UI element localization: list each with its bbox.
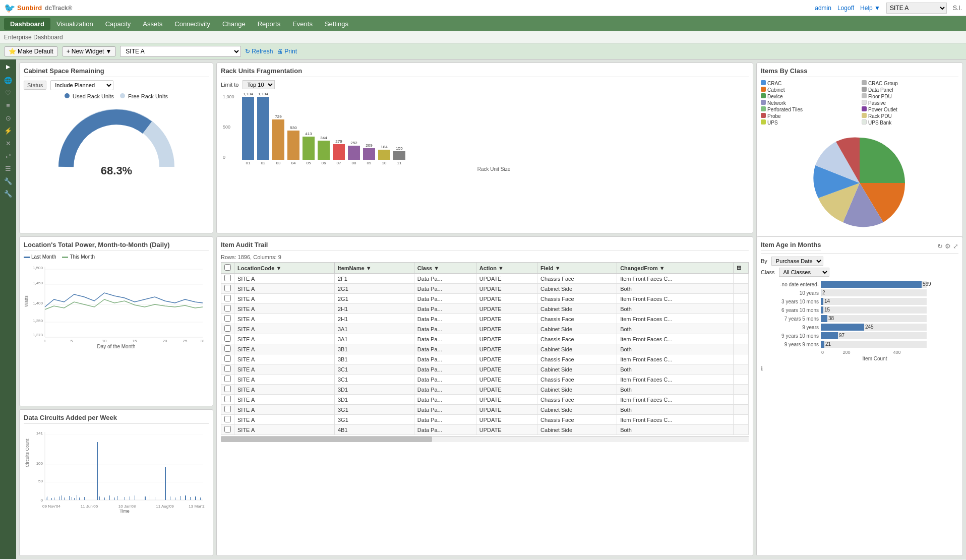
row-checkbox-cell[interactable]	[221, 395, 234, 405]
audit-table-container[interactable]: LocationCode ▼ ItemName ▼ Class ▼ Action…	[221, 262, 749, 435]
class-filter-row: Class All Classes	[761, 268, 958, 277]
svg-rect-34	[46, 497, 46, 500]
svg-rect-41	[69, 496, 70, 500]
svg-rect-58	[155, 497, 155, 500]
col-extra[interactable]: ⊞	[734, 263, 749, 274]
sidebar-icon-bars[interactable]: ≡	[0, 99, 16, 112]
make-default-button[interactable]: ⭐ Make Default	[4, 46, 58, 56]
nav-item-visualization[interactable]: Visualization	[50, 18, 99, 30]
rack-frag-title: Rack Units Fragmentation	[221, 67, 749, 77]
svg-rect-40	[64, 497, 65, 500]
sidebar-icon-arrows[interactable]: ⇄	[0, 150, 16, 162]
select-all-checkbox[interactable]	[224, 264, 231, 271]
logoff-link[interactable]: Logoff	[837, 5, 854, 12]
nav-item-capacity[interactable]: Capacity	[99, 18, 137, 30]
item-age-widget: Item Age in Months ↻ ⚙ ⤢ By Purchase Dat…	[756, 236, 963, 556]
limit-select[interactable]: Top 10 Top 20	[243, 80, 275, 89]
row-item: 3A1	[335, 334, 414, 344]
sidebar-icon-cross[interactable]: ✕	[0, 137, 16, 150]
row-checkbox-cell[interactable]	[221, 415, 234, 425]
svg-rect-54	[130, 496, 130, 500]
svg-rect-35	[47, 496, 47, 500]
row-class: Data Pa...	[414, 415, 476, 425]
row-checkbox-cell[interactable]	[221, 294, 234, 304]
brand-sunbird: Sunbird	[17, 4, 42, 12]
col-checkbox[interactable]	[221, 263, 234, 274]
col-class[interactable]: Class ▼	[414, 263, 476, 274]
class-filter-select[interactable]: All Classes	[779, 268, 829, 277]
sidebar-icon-globe[interactable]: 🌐	[0, 74, 16, 87]
row-checkbox-cell[interactable]	[221, 344, 234, 354]
nav-item-dashboard[interactable]: Dashboard	[4, 18, 50, 30]
row-extra	[734, 375, 749, 385]
sidebar-icon-circle[interactable]: ⊙	[0, 112, 16, 125]
row-class: Data Pa...	[414, 294, 476, 304]
age-bar-row: 10 years2	[761, 289, 958, 296]
status-label: Status	[24, 81, 46, 90]
row-item: 2F1	[335, 274, 414, 284]
row-checkbox-cell[interactable]	[221, 314, 234, 324]
refresh-icon-age[interactable]: ↻	[937, 242, 943, 250]
expand-icon-age[interactable]: ⤢	[953, 242, 958, 250]
nav-item-change[interactable]: Change	[216, 18, 252, 30]
power-line-chart: 1,500 1,450 1,400 1,350 1,373 1 5 10	[24, 262, 205, 342]
settings-icon-age[interactable]: ⚙	[945, 242, 951, 250]
col-changedfrom[interactable]: ChangedFrom ▼	[617, 263, 734, 274]
sidebar-icon-wrench[interactable]: 🔧	[0, 175, 16, 188]
row-checkbox-cell[interactable]	[221, 364, 234, 375]
row-checkbox-cell[interactable]	[221, 324, 234, 334]
nav-item-reports[interactable]: Reports	[252, 18, 287, 30]
row-checkbox-cell[interactable]	[221, 425, 234, 435]
legend-used: Used Rack Units	[65, 93, 114, 99]
svg-rect-66	[200, 497, 201, 500]
by-select[interactable]: Purchase Date Install Date	[771, 257, 823, 266]
table-row: SITE A 3D1 Data Pa... UPDATE Chassis Fac…	[221, 395, 749, 405]
site-dropdown[interactable]: SITE A	[120, 46, 241, 57]
nav-item-settings[interactable]: Settings	[319, 18, 354, 30]
col-field[interactable]: Field ▼	[537, 263, 617, 274]
row-class: Data Pa...	[414, 405, 476, 415]
sidebar-arrow[interactable]: ▶	[5, 61, 11, 72]
item-age-controls: ↻ ⚙ ⤢	[937, 242, 958, 250]
row-class: Data Pa...	[414, 344, 476, 354]
row-extra	[734, 294, 749, 304]
site-select-top[interactable]: SITE A	[886, 3, 947, 14]
col-location[interactable]: LocationCode ▼	[234, 263, 335, 274]
used-dot	[65, 93, 70, 98]
sidebar-icon-list[interactable]: ☰	[0, 162, 16, 175]
nav-item-events[interactable]: Events	[286, 18, 319, 30]
print-button[interactable]: 🖨 Print	[277, 48, 297, 55]
col-itemname[interactable]: ItemName ▼	[335, 263, 414, 274]
refresh-button[interactable]: ↻ Refresh	[245, 48, 273, 55]
row-checkbox-cell[interactable]	[221, 274, 234, 284]
svg-rect-37	[54, 497, 54, 500]
svg-rect-51	[114, 497, 115, 500]
help-link[interactable]: Help ▼	[860, 5, 880, 12]
row-field: Cabinet Side	[537, 344, 617, 354]
row-checkbox-cell[interactable]	[221, 334, 234, 344]
row-checkbox-cell[interactable]	[221, 405, 234, 415]
data-circuits-title: Data Circuits Added per Week	[24, 414, 209, 424]
admin-link[interactable]: admin	[815, 5, 831, 12]
nav-item-assets[interactable]: Assets	[137, 18, 168, 30]
nav-item-connectivity[interactable]: Connectivity	[168, 18, 216, 30]
row-checkbox-cell[interactable]	[221, 304, 234, 314]
row-item: 3G1	[335, 405, 414, 415]
status-value-select[interactable]: Include Planned Exclude Planned	[50, 80, 113, 90]
row-extra	[734, 395, 749, 405]
row-field: Chassis Face	[537, 415, 617, 425]
row-checkbox-cell[interactable]	[221, 375, 234, 385]
row-checkbox-cell[interactable]	[221, 284, 234, 294]
svg-rect-60	[170, 496, 170, 500]
row-class: Data Pa...	[414, 304, 476, 314]
sidebar-icon-tools[interactable]: 🔧	[0, 188, 16, 200]
col-action[interactable]: Action ▼	[476, 263, 537, 274]
svg-rect-59	[165, 467, 166, 500]
row-checkbox-cell[interactable]	[221, 354, 234, 364]
row-checkbox-cell[interactable]	[221, 385, 234, 395]
sidebar-icon-heart[interactable]: ♡	[0, 87, 16, 99]
pie-chart-container	[761, 129, 958, 237]
horizontal-scrollbar[interactable]	[221, 436, 749, 442]
sidebar-icon-power[interactable]: ⚡	[0, 125, 16, 137]
new-widget-button[interactable]: + New Widget ▼	[62, 46, 116, 56]
